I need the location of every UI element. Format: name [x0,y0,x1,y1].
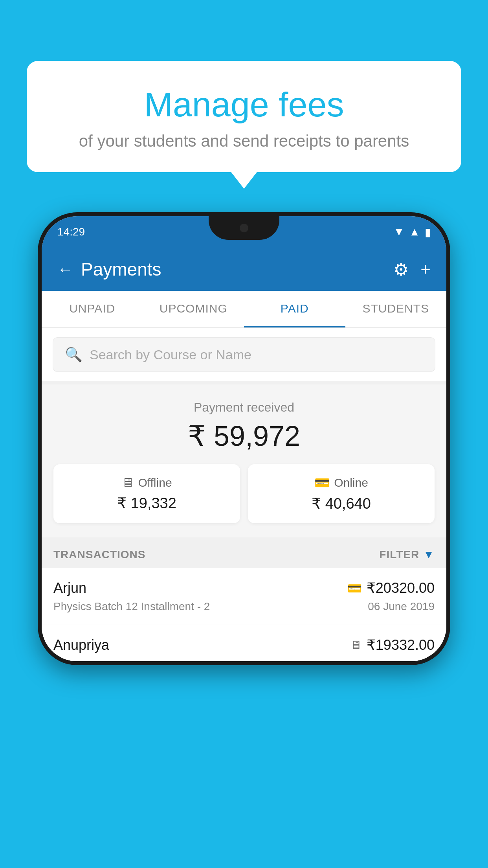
online-card-header: 💳 Online [256,475,427,490]
offline-icon: 🖥 [121,475,134,490]
online-payment-icon-1: 💳 [347,581,362,595]
payment-received-label: Payment received [53,400,435,415]
offline-payment-icon-2: 🖥 [350,638,362,652]
online-payment-card: 💳 Online ₹ 40,640 [248,464,435,523]
table-row[interactable]: Arjun 💳 ₹20320.00 Physics Batch 12 Insta… [42,568,446,625]
transaction-top-2: Anupriya 🖥 ₹19332.00 [53,637,435,653]
transaction-amount-container-2: 🖥 ₹19332.00 [350,637,435,653]
transaction-amount-container-1: 💳 ₹20320.00 [347,580,435,596]
app-title: Payments [81,259,161,280]
add-icon[interactable]: + [420,259,431,279]
camera-dot [240,224,248,232]
table-row[interactable]: Anupriya 🖥 ₹19332.00 [42,625,446,661]
transaction-top-1: Arjun 💳 ₹20320.00 [53,580,435,596]
status-icons: ▼ ▲ ▮ [394,226,431,239]
filter-button[interactable]: FILTER ▼ [379,548,435,561]
transaction-bottom-1: Physics Batch 12 Installment - 2 06 June… [53,600,435,613]
search-input-placeholder[interactable]: Search by Course or Name [90,347,251,362]
offline-amount: ₹ 19,332 [61,495,232,512]
speech-bubble: Manage fees of your students and send re… [27,61,461,172]
bubble-subtext: of your students and send receipts to pa… [46,132,442,151]
app-content: 🔍 Search by Course or Name Payment recei… [42,328,446,661]
online-amount: ₹ 40,640 [256,495,427,512]
wifi-icon: ▼ [394,226,405,238]
bubble-heading: Manage fees [46,85,442,125]
tabs-bar: UNPAID UPCOMING PAID STUDENTS [42,291,446,328]
offline-card-header: 🖥 Offline [61,475,232,490]
phone-notch [209,216,279,240]
phone-inner: 14:29 ▼ ▲ ▮ ← Payments ⚙ + [42,216,446,661]
header-icons: ⚙ + [393,259,431,280]
offline-payment-card: 🖥 Offline ₹ 19,332 [53,464,240,523]
payment-cards: 🖥 Offline ₹ 19,332 💳 Online ₹ 40,640 [53,464,435,523]
status-time: 14:29 [57,226,85,238]
settings-icon[interactable]: ⚙ [393,259,409,280]
payment-total-amount: ₹ 59,972 [53,419,435,452]
back-button[interactable]: ← [57,261,73,278]
tab-upcoming[interactable]: UPCOMING [143,291,244,327]
search-bar-container: 🔍 Search by Course or Name [42,328,446,381]
transaction-amount-2: ₹19332.00 [367,637,435,653]
filter-icon: ▼ [423,548,435,561]
status-bar: 14:29 ▼ ▲ ▮ [42,216,446,248]
transaction-name-1: Arjun [53,580,86,596]
online-label: Online [334,476,368,489]
transactions-header: TRANSACTIONS FILTER ▼ [42,537,446,568]
tab-students[interactable]: STUDENTS [345,291,447,327]
speech-bubble-container: Manage fees of your students and send re… [27,61,461,172]
search-icon: 🔍 [65,346,83,363]
search-bar[interactable]: 🔍 Search by Course or Name [53,337,435,372]
app-header: ← Payments ⚙ + [42,248,446,291]
tab-unpaid[interactable]: UNPAID [42,291,143,327]
payment-received-section: Payment received ₹ 59,972 🖥 Offline ₹ 19… [42,384,446,537]
transaction-detail-1: Physics Batch 12 Installment - 2 [53,600,210,613]
transactions-label: TRANSACTIONS [53,548,145,561]
transaction-name-2: Anupriya [53,637,109,653]
battery-icon: ▮ [425,226,431,239]
transaction-amount-1: ₹20320.00 [367,580,435,596]
signal-icon: ▲ [409,226,420,238]
online-icon: 💳 [314,475,330,490]
filter-label: FILTER [379,548,419,561]
app-header-left: ← Payments [57,259,161,280]
phone-frame: 14:29 ▼ ▲ ▮ ← Payments ⚙ + [38,212,450,665]
tab-paid[interactable]: PAID [244,291,345,327]
offline-label: Offline [138,476,172,489]
transaction-date-1: 06 June 2019 [368,600,435,613]
